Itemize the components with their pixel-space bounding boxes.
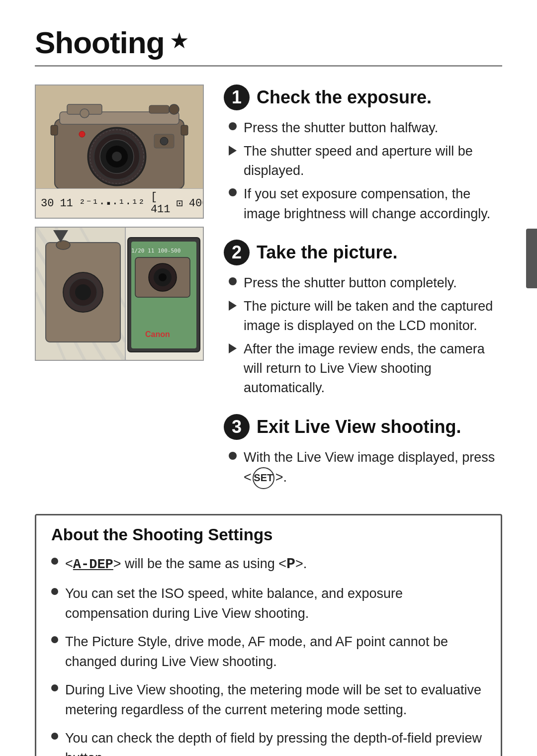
bullet-circle-icon [229,188,237,196]
bullet-circle-icon [51,684,58,691]
step2-bullets: Press the shutter button completely. The… [224,273,502,398]
list-item: The picture will be taken and the captur… [229,297,502,336]
adep-code: A-DEP [73,557,113,572]
svg-rect-12 [51,125,58,135]
info-val1: 30 [41,197,54,210]
svg-text:1/20  11  100-500: 1/20 11 100-500 [131,248,180,254]
list-item: The shutter speed and aperture will be d… [229,142,502,180]
about-list: <A-DEP> will be the same as using <P>. Y… [51,553,486,756]
bullet-circle-icon [229,122,237,130]
shooting-diagram: Canon 1/20 11 100-500 [35,227,204,361]
list-item: You can check the depth of field by pres… [51,728,486,756]
list-item: With the Live View image displayed, pres… [229,448,502,489]
images-column: 30 11 ²⁻¹·▪·¹·¹² [ 411 ⊡ 400 [35,84,204,489]
bullet-circle-icon [51,588,58,595]
bullet-circle-icon [229,277,237,285]
step1-bullet3: If you set exposure compensation, the im… [244,184,502,223]
svg-point-14 [80,109,89,118]
page-container: Shooting ★ [0,0,537,756]
list-item: <A-DEP> will be the same as using <P>. [51,553,486,576]
about-item5: You can check the depth of field by pres… [65,728,486,756]
camera-info-bar: 30 11 ²⁻¹·▪·¹·¹² [ 411 ⊡ 400 [36,188,203,218]
info-val3: ²⁻¹·▪·¹·¹² [79,197,145,210]
step2-block: 2 Take the picture. Press the shutter bu… [224,240,502,398]
bullet-circle-icon [51,558,58,565]
about-item1: <A-DEP> will be the same as using <P>. [65,553,307,576]
bullet-circle-icon [51,636,58,643]
step2-title: Take the picture. [257,242,397,263]
info-val5: ⊡ [177,197,183,210]
step3-number: 3 [224,414,250,440]
step3-header: 3 Exit Live View shooting. [224,414,502,440]
list-item: You can set the ISO speed, white balance… [51,584,486,624]
info-val6: 400 [189,197,204,210]
step1-bullet1: Press the shutter button halfway. [244,118,438,138]
step2-number: 2 [224,240,250,265]
step1-bullet2: The shutter speed and aperture will be d… [244,142,502,180]
diagram-svg: Canon 1/20 11 100-500 [36,228,204,361]
svg-rect-10 [149,105,169,113]
svg-text:Canon: Canon [145,330,170,338]
step1-header: 1 Check the exposure. [224,84,502,110]
step2-bullet2: The picture will be taken and the captur… [244,297,502,336]
list-item: During Live View shooting, the metering … [51,680,486,720]
svg-point-30 [75,284,91,300]
svg-point-8 [112,152,122,162]
step2-bullet3: After the image review ends, the camera … [244,339,502,398]
bullet-circle-icon [229,452,237,460]
bullet-arrow-icon [229,146,237,156]
svg-point-37 [159,273,167,281]
title-section: Shooting ★ [35,25,502,67]
camera-image: 30 11 ²⁻¹·▪·¹·¹² [ 411 ⊡ 400 [35,84,204,219]
step3-title: Exit Live View shooting. [257,417,461,437]
p-code: P [286,556,295,573]
step3-bullets: With the Live View image displayed, pres… [224,448,502,489]
step2-header: 2 Take the picture. [224,240,502,265]
steps-column: 1 Check the exposure. Press the shutter … [224,84,502,489]
about-item2: You can set the ISO speed, white balance… [65,584,486,624]
list-item: If you set exposure compensation, the im… [229,184,502,223]
about-item4: During Live View shooting, the metering … [65,680,486,720]
about-section: About the Shooting Settings <A-DEP> will… [35,514,502,756]
svg-point-16 [160,137,168,145]
svg-point-17 [79,131,85,137]
bullet-arrow-icon [229,343,237,353]
step3-bullet1: With the Live View image displayed, pres… [244,448,502,489]
list-item: Press the shutter button halfway. [229,118,502,138]
step2-bullet1: Press the shutter button completely. [244,273,457,293]
star-icon: ★ [170,28,189,53]
list-item: The Picture Style, drive mode, AF mode, … [51,632,486,672]
set-button-icon: SET [253,467,274,489]
step1-block: 1 Check the exposure. Press the shutter … [224,84,502,224]
page-title: Shooting [35,25,165,60]
svg-point-27 [56,241,70,250]
list-item: Press the shutter button completely. [229,273,502,293]
step3-block: 3 Exit Live View shooting. With the Live… [224,414,502,489]
step1-bullets: Press the shutter button halfway. The sh… [224,118,502,224]
side-tab [526,229,537,288]
main-content: 30 11 ²⁻¹·▪·¹·¹² [ 411 ⊡ 400 [35,84,502,489]
bullet-circle-icon [51,733,58,740]
about-title: About the Shooting Settings [51,525,486,544]
list-item: After the image review ends, the camera … [229,339,502,398]
info-val4: [ 411 [151,191,171,216]
bullet-arrow-icon [229,301,237,311]
step1-title: Check the exposure. [257,87,432,108]
about-item3: The Picture Style, drive mode, AF mode, … [65,632,486,672]
svg-point-11 [169,104,179,114]
step1-number: 1 [224,84,250,110]
svg-rect-13 [181,125,188,135]
info-val2: 11 [60,197,73,210]
